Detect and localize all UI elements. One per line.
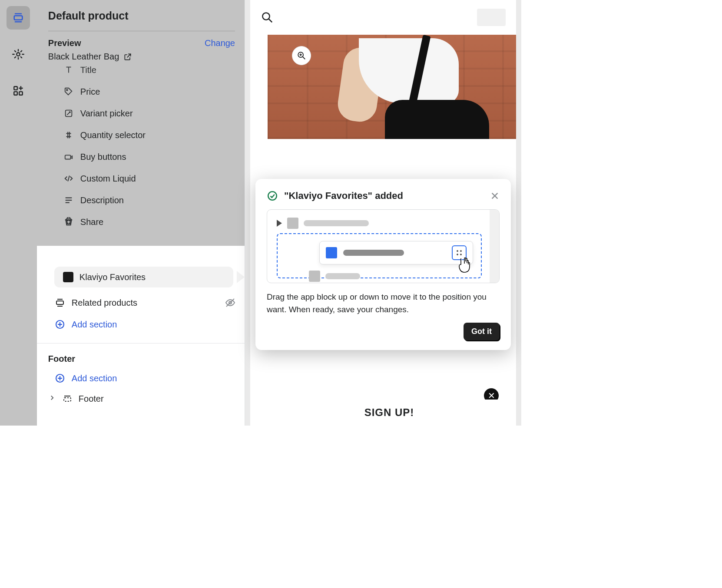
store-logo: [477, 9, 506, 26]
close-icon[interactable]: [490, 191, 500, 201]
svg-rect-4: [14, 86, 18, 90]
block-buy-buttons[interactable]: Buy buttons: [37, 146, 245, 168]
preview-product-name: Black Leather Bag: [48, 52, 119, 62]
svg-line-38: [269, 19, 272, 23]
block-label: Custom Liquid: [80, 174, 136, 184]
tooltip-title: "Klaviyo Favorites" added: [284, 190, 403, 202]
buy-icon: [63, 151, 74, 162]
svg-point-20: [67, 220, 68, 221]
external-link-icon: [123, 53, 132, 61]
variant-icon: [63, 108, 74, 119]
added-tooltip: "Klaviyo Favorites" added: [255, 179, 511, 350]
add-section-label: Add section: [72, 373, 117, 383]
footer-label: Footer: [79, 394, 104, 404]
preview-card: "Klaviyo Favorites" added: [250, 0, 516, 426]
gear-icon: [12, 48, 24, 60]
block-title[interactable]: Title: [37, 66, 245, 81]
block-label: Description: [80, 195, 124, 205]
preview-pane: "Klaviyo Favorites" added: [245, 0, 521, 426]
got-it-button[interactable]: Got it: [464, 323, 500, 340]
block-price[interactable]: Price: [37, 81, 245, 102]
block-custom-liquid[interactable]: Custom Liquid: [37, 168, 245, 189]
block-share[interactable]: Share: [37, 211, 245, 233]
add-section-footer[interactable]: Add section: [37, 367, 245, 389]
svg-line-40: [303, 57, 305, 59]
block-label: Buy buttons: [80, 152, 126, 162]
block-label: Title: [80, 66, 96, 75]
highlight-label: Klaviyo Favorites: [79, 272, 146, 282]
panel-title: Default product: [48, 10, 235, 22]
preview-label: Preview: [48, 38, 81, 48]
sidebar-panel: Default product Preview Change Black Lea…: [37, 0, 245, 426]
signup-popup[interactable]: SIGN UP!: [268, 400, 511, 426]
price-icon: [63, 86, 74, 97]
block-quantity-selector[interactable]: Quantity selector: [37, 124, 245, 146]
block-description[interactable]: Description: [37, 189, 245, 211]
zoom-button[interactable]: [292, 46, 311, 65]
svg-point-43: [268, 192, 277, 200]
code-icon: [63, 173, 74, 184]
footer-item[interactable]: Footer: [37, 389, 245, 408]
svg-rect-36: [64, 398, 71, 401]
plus-circle-icon: [54, 373, 66, 384]
block-label: Price: [80, 87, 100, 97]
check-circle-icon: [267, 190, 278, 202]
product-image: [268, 35, 516, 139]
chevron-right-icon: [48, 394, 56, 404]
description-icon: [63, 195, 74, 206]
svg-rect-0: [14, 16, 23, 20]
rail-sections-button[interactable]: [7, 6, 30, 30]
footer-icon: [62, 393, 73, 404]
block-klaviyo-favorites[interactable]: Klaviyo Favorites: [54, 267, 233, 287]
apps-icon: [13, 85, 24, 96]
lower-panel: Klaviyo Favorites Related products Add s…: [37, 246, 245, 408]
svg-point-3: [17, 53, 20, 56]
preview-topbar: [250, 0, 516, 35]
block-label: Share: [80, 217, 103, 227]
title-icon: [63, 66, 74, 76]
left-rail: [0, 0, 37, 426]
sections-icon: [12, 12, 24, 24]
block-label: Variant picker: [80, 109, 133, 119]
panel-divider: [48, 31, 235, 31]
block-list: Title Price Variant picker Quantity sele…: [37, 66, 245, 246]
add-section-main[interactable]: Add section: [37, 314, 245, 335]
svg-point-37: [262, 13, 269, 20]
svg-rect-15: [65, 155, 71, 159]
rail-apps-button[interactable]: [7, 79, 30, 102]
tooltip-body: Drag the app block up or down to move it…: [267, 291, 500, 316]
rail-settings-button[interactable]: [7, 43, 30, 66]
svg-point-9: [66, 89, 68, 91]
related-label: Related products: [72, 298, 137, 308]
app-block-icon: [63, 272, 73, 282]
tooltip-illustration: [267, 209, 500, 283]
svg-point-21: [70, 220, 70, 221]
svg-point-23: [70, 223, 70, 224]
block-related-products[interactable]: Related products: [37, 292, 245, 314]
preview-product-row[interactable]: Black Leather Bag: [48, 52, 235, 62]
svg-rect-6: [20, 92, 23, 95]
model-illustration: [320, 35, 450, 139]
svg-rect-24: [56, 301, 63, 304]
footer-heading: Footer: [37, 351, 245, 367]
svg-point-22: [67, 223, 68, 224]
svg-rect-5: [14, 92, 18, 95]
plus-circle-icon: [54, 319, 66, 330]
quantity-icon: [63, 129, 74, 141]
panel-header: Default product Preview Change Black Lea…: [37, 0, 245, 66]
block-variant-picker[interactable]: Variant picker: [37, 102, 245, 124]
section-divider: [37, 343, 245, 344]
change-link[interactable]: Change: [205, 38, 235, 48]
tooltip-pointer: [237, 271, 245, 283]
hidden-icon[interactable]: [225, 297, 236, 308]
share-icon: [63, 216, 74, 228]
search-icon[interactable]: [261, 11, 274, 24]
add-section-label: Add section: [72, 320, 117, 330]
related-icon: [54, 297, 66, 308]
block-label: Quantity selector: [80, 130, 146, 140]
signup-text: SIGN UP!: [364, 406, 414, 419]
